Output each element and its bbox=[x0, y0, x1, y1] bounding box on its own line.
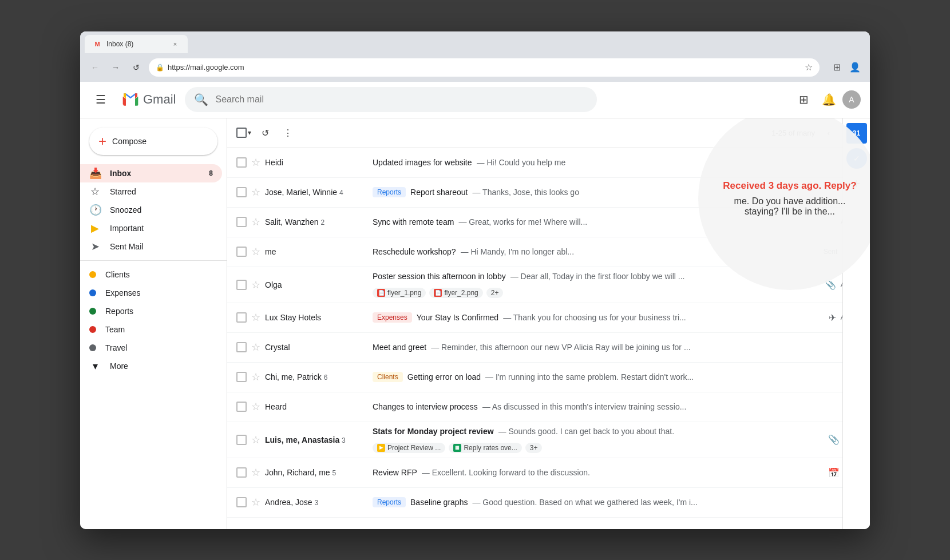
email-row[interactable]: ☆ Luis, me, Anastasia 3 Stats for Monday… bbox=[227, 422, 870, 458]
forward-button[interactable]: → bbox=[108, 59, 124, 76]
star-icon[interactable]: ☆ bbox=[251, 311, 260, 324]
sender-name: Crystal bbox=[265, 343, 368, 352]
add-widget-button[interactable]: + bbox=[846, 173, 867, 194]
email-preview: — As discussed in this month's interview… bbox=[482, 402, 687, 411]
email-preview: — I'm running into the same problem. Res… bbox=[485, 372, 694, 382]
attachment-chip[interactable]: 📄 flyer_1.png bbox=[373, 288, 426, 298]
travel-label: Travel bbox=[105, 343, 127, 352]
tab-close-button[interactable]: × bbox=[171, 39, 180, 49]
email-row[interactable]: ☆ Andrea, Jose 3 Reports Baseline graphs… bbox=[227, 488, 870, 518]
sender-name: Heidi bbox=[265, 158, 368, 167]
compose-button[interactable]: + Compose bbox=[89, 128, 217, 155]
email-checkbox[interactable] bbox=[236, 217, 247, 227]
attachment-chip[interactable]: ▶ Project Review ... bbox=[373, 443, 445, 453]
email-row[interactable]: ☆ Crystal Meet and greet — Reminder, thi… bbox=[227, 333, 870, 363]
star-icon[interactable]: ☆ bbox=[251, 216, 260, 228]
sidebar-item-sent[interactable]: ➤ Sent Mail bbox=[80, 237, 222, 256]
star-icon[interactable]: ☆ bbox=[251, 186, 260, 198]
refresh-emails-button[interactable]: ↺ bbox=[256, 124, 274, 142]
active-tab[interactable]: M Inbox (8) × bbox=[85, 35, 188, 53]
attachment-chip-more[interactable]: 3+ bbox=[525, 443, 543, 453]
avatar[interactable]: A bbox=[842, 90, 861, 109]
attachment-name: flyer_2.png bbox=[444, 289, 478, 297]
email-checkbox[interactable] bbox=[236, 497, 247, 507]
sidebar-item-travel[interactable]: Travel bbox=[80, 339, 222, 357]
gmail-app: ☰ Gmail 🔍 ⊞ 🔔 A bbox=[80, 82, 870, 529]
back-button[interactable]: ← bbox=[87, 59, 103, 76]
sidebar-item-team[interactable]: Team bbox=[80, 320, 222, 339]
email-row[interactable]: ☆ me Reschedule workshop? — Hi Mandy, I'… bbox=[227, 237, 870, 267]
sender-name: Jose, Mariel, Winnie 4 bbox=[265, 188, 368, 197]
email-row[interactable]: ☆ Jose, Mariel, Winnie 4 Reports Report … bbox=[227, 178, 870, 208]
attachment-chip[interactable]: ▦ Reply rates ove... bbox=[449, 443, 521, 453]
prev-page-button[interactable]: ‹ bbox=[820, 124, 838, 142]
email-row[interactable]: ☆ Olga Poster session this afternoon in … bbox=[227, 267, 870, 303]
apps-button[interactable]: ⊞ bbox=[792, 88, 815, 111]
email-checkbox[interactable] bbox=[236, 402, 247, 412]
url-bar[interactable]: 🔒 https://mail.google.com ☆ bbox=[149, 58, 820, 77]
email-row[interactable]: ☆ Chi, me, Patrick 6 Clients Getting err… bbox=[227, 363, 870, 392]
inactive-tab[interactable] bbox=[189, 37, 200, 53]
sidebar-item-important[interactable]: ▶ Important bbox=[80, 219, 222, 237]
star-icon[interactable]: ☆ bbox=[251, 279, 260, 291]
extensions-button[interactable]: ⊞ bbox=[829, 59, 845, 76]
expenses-color-dot bbox=[89, 289, 96, 296]
email-row[interactable]: ☆ Lux Stay Hotels Expenses Your Stay Is … bbox=[227, 303, 870, 333]
sidebar-item-reports[interactable]: Reports bbox=[80, 302, 222, 320]
star-icon[interactable]: ☆ bbox=[251, 341, 260, 354]
search-bar[interactable]: 🔍 bbox=[185, 87, 597, 112]
sidebar-item-starred[interactable]: ☆ Starred bbox=[80, 182, 222, 201]
sender-name: Heard bbox=[265, 402, 368, 411]
tasks-widget-button[interactable]: ✓ bbox=[846, 148, 867, 169]
tab-title: Inbox (8) bbox=[106, 40, 133, 48]
sidebar-item-inbox[interactable]: 📥 Inbox 8 bbox=[80, 164, 222, 182]
flight-icon: ✈ bbox=[829, 312, 836, 323]
bookmark-button[interactable]: ☆ bbox=[805, 62, 813, 73]
star-icon[interactable]: ☆ bbox=[251, 434, 260, 446]
email-preview: — Thanks, Jose, this looks go bbox=[472, 188, 579, 197]
email-checkbox[interactable] bbox=[236, 342, 247, 352]
star-icon[interactable]: ☆ bbox=[251, 156, 260, 169]
calendar-widget-button[interactable]: 31 bbox=[846, 123, 867, 144]
hamburger-button[interactable]: ☰ bbox=[89, 88, 112, 111]
email-checkbox[interactable] bbox=[236, 312, 247, 323]
attachment-chip-more[interactable]: 2+ bbox=[486, 288, 504, 298]
email-row[interactable]: ☆ Heidi Updated images for website — Hi!… bbox=[227, 148, 870, 178]
sidebar-item-snoozed[interactable]: 🕐 Snoozed bbox=[80, 201, 222, 219]
sidebar-item-more[interactable]: ▾ More bbox=[80, 357, 222, 375]
email-checkbox[interactable] bbox=[236, 187, 247, 197]
select-all-area[interactable]: ▾ bbox=[236, 128, 251, 138]
star-icon[interactable]: ☆ bbox=[251, 400, 260, 413]
sidebar-item-expenses[interactable]: Expenses bbox=[80, 284, 222, 302]
snoozed-icon: 🕐 bbox=[89, 204, 101, 216]
email-row[interactable]: ☆ Salit, Wanzhen 2 Sync with remote team… bbox=[227, 208, 870, 237]
profile-button[interactable]: 👤 bbox=[847, 59, 863, 76]
email-row[interactable]: ☆ John, Richard, me 5 Review RFP — Excel… bbox=[227, 458, 870, 488]
star-icon[interactable]: ☆ bbox=[251, 496, 260, 509]
star-icon[interactable]: ☆ bbox=[251, 466, 260, 479]
email-checkbox[interactable] bbox=[236, 372, 247, 382]
more-icon: ▾ bbox=[89, 360, 101, 372]
refresh-button[interactable]: ↺ bbox=[128, 59, 144, 76]
more-options-button[interactable]: ⋮ bbox=[279, 124, 297, 142]
email-list: ☆ Heidi Updated images for website — Hi!… bbox=[227, 148, 870, 518]
url-text: https://mail.google.com bbox=[168, 63, 244, 72]
email-subject: Stats for Monday project review bbox=[373, 427, 494, 436]
email-checkbox[interactable] bbox=[236, 157, 247, 168]
email-checkbox[interactable] bbox=[236, 467, 247, 478]
attachment-chip[interactable]: 📄 flyer_2.png bbox=[429, 288, 482, 298]
email-checkbox[interactable] bbox=[236, 247, 247, 257]
inbox-icon: 📥 bbox=[89, 167, 101, 180]
attachment-chips: ▶ Project Review ... ▦ Reply rates ove..… bbox=[373, 443, 542, 453]
notification-button[interactable]: 🔔 bbox=[817, 88, 840, 111]
email-row[interactable]: ☆ Heard Changes to interview process — A… bbox=[227, 392, 870, 422]
select-all-checkbox[interactable] bbox=[236, 128, 247, 138]
gmail-body: + Compose 📥 Inbox 8 ☆ Starred 🕐 Snoozed bbox=[80, 118, 870, 529]
select-dropdown-arrow[interactable]: ▾ bbox=[248, 129, 251, 137]
star-icon[interactable]: ☆ bbox=[251, 371, 260, 383]
email-checkbox[interactable] bbox=[236, 280, 247, 290]
sidebar-item-clients[interactable]: Clients bbox=[80, 265, 222, 284]
email-checkbox[interactable] bbox=[236, 435, 247, 445]
star-icon[interactable]: ☆ bbox=[251, 245, 260, 258]
search-input[interactable] bbox=[215, 94, 588, 105]
